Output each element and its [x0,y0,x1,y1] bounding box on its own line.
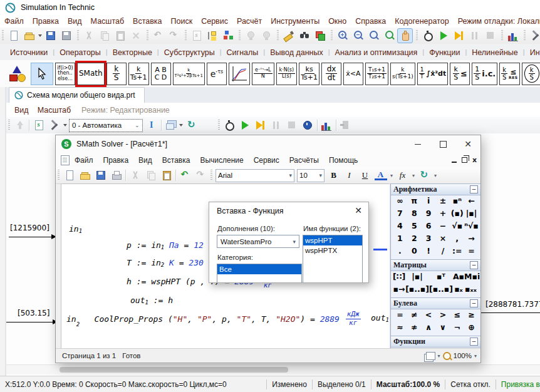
block-rate-limiter[interactable]: ẋ<A [343,63,363,85]
symbol-button[interactable]: − [436,221,450,234]
input-port-label-1[interactable]: [1215900] [10,224,49,232]
copy-button[interactable] [96,28,112,43]
symbol-button[interactable]: ≈ [393,322,407,335]
tab-Сигналы[interactable]: Сигналы [222,46,264,60]
document-tab[interactable]: Схема модели общего вида.prt [9,87,145,103]
collapse-icon[interactable]: − [470,261,478,269]
symbol-button[interactable]: 6 [422,221,436,234]
block-saturation[interactable] [229,63,250,85]
symbol-button[interactable]: ≤ [450,310,464,322]
toolbar-overflow-icon[interactable]: ▾ [388,173,395,178]
mdi-minimize-icon[interactable] [452,162,457,163]
blocks-library-button[interactable] [220,28,236,43]
paste-button[interactable] [112,28,128,43]
overlap-layers-button[interactable] [312,28,328,43]
category-listbox[interactable]: Все [217,264,302,283]
block-lead-lag[interactable]: T₁s+1T₂s+1 [365,63,388,85]
block-if-else[interactable]: if(i>0)then..else… [55,63,75,85]
tab-Нелинейные[interactable]: Нелинейные [467,46,523,60]
block-rational-tf[interactable]: k·N(s)L(s) [276,63,298,85]
smath-menu-Вид[interactable]: Вид [133,154,157,167]
smath-menu-Файл[interactable]: Файл [70,154,98,167]
doc-menu-vid[interactable]: Вид [10,105,33,116]
mdi-close-icon[interactable]: x [472,156,477,164]
status-snap[interactable]: Привязка в [501,380,540,389]
symbol-button[interactable]: ▪ₓₓ [464,284,477,297]
symbol-button[interactable]: := [450,246,464,259]
step-button[interactable] [253,118,269,133]
automation-combobox[interactable]: 0 - Автоматика ⌄ [69,119,143,132]
formula-eq-out[interactable]: out1 := h [130,296,173,305]
menu-item[interactable]: Файл [0,16,28,27]
close-button[interactable]: ✕ [455,136,480,153]
tab-Функции[interactable]: Функции [424,46,465,60]
symbol-button[interactable]: 4 [393,221,407,234]
paste-button[interactable] [158,168,174,183]
layers-button[interactable] [163,118,179,133]
style-brush-button[interactable] [281,28,296,43]
symbol-button[interactable]: √▪ [450,221,464,234]
insert-function-button[interactable]: fx [395,168,410,183]
symbol-button[interactable]: , [450,234,464,246]
symbol-button[interactable]: 3 [422,234,436,246]
panel-section-header[interactable]: Матрицы− [391,259,480,271]
symbol-button[interactable]: = [464,246,479,259]
block-state-space[interactable]: A BC D [151,63,171,85]
underline-button[interactable]: U [357,168,373,183]
block-integrator-circle[interactable]: kS [522,63,540,85]
symbol-button[interactable]: < [422,310,436,322]
symbol-button[interactable]: ▪→ [393,284,405,297]
font-family-combobox[interactable]: Arial▾ [215,169,294,182]
block-limited-integrator[interactable]: kS≤ [450,63,470,85]
bold-button[interactable]: B [326,168,341,183]
italic-button[interactable]: I [341,168,357,183]
undo-button[interactable] [177,168,193,183]
stop-button[interactable] [482,28,498,43]
copy-button[interactable] [143,168,158,183]
block-inertial[interactable]: kTs+1 [128,63,149,85]
symbol-button[interactable]: |▪| [405,272,429,284]
menu-item[interactable]: Окно [324,16,351,27]
symbol-button[interactable]: ← [464,196,479,209]
menu-item[interactable]: Инструменты [266,16,324,27]
symbol-button[interactable]: . [393,246,407,259]
panel-splitter-indicator[interactable] [373,249,387,250]
symbol-button[interactable]: ∞ [393,196,407,209]
symbol-button[interactable]: ≥ [464,310,479,322]
symbol-button[interactable]: 9 [422,209,436,221]
collapse-icon[interactable]: − [470,338,478,346]
symbol-button[interactable]: ≉ [407,322,422,335]
block-integrator-reset[interactable]: kS≤RES [499,63,519,85]
formula-out-marker[interactable]: out1> [371,313,389,322]
smath-menu-Расчёты[interactable]: Расчёты [284,154,324,167]
print-button[interactable] [108,168,124,183]
zoom-fit-button[interactable] [382,28,397,43]
symbol-button[interactable]: 2 [407,234,422,246]
symbol-button[interactable]: / [436,246,450,259]
horizontal-scrollbar[interactable] [6,364,540,374]
block-integrator-ic[interactable]: 1Si.c. [472,63,497,85]
function-item[interactable]: wspHPTX [303,245,362,255]
block-cursor[interactable] [31,63,53,85]
script-button[interactable] [31,118,46,133]
symbol-button[interactable]: |▪| [464,209,479,221]
symbol-button[interactable]: ∨ [436,322,450,335]
symbol-button[interactable]: 0 [407,246,422,259]
tab-Субструктуры[interactable]: Субструктуры [159,46,220,60]
smath-menu-Правка[interactable]: Правка [98,154,134,167]
symbol-button[interactable]: A▪ [453,272,464,284]
save-button[interactable] [93,168,108,183]
mdi-restore-icon[interactable] [462,157,467,163]
chevron-down-icon[interactable]: ▾ [438,353,440,359]
rename-button[interactable] [144,118,160,133]
symbol-button[interactable]: → [464,234,479,246]
run-button[interactable] [237,118,253,133]
font-size-combobox[interactable]: 10▾ [297,169,325,182]
symbol-button[interactable]: ▪ᵀ [429,272,453,284]
symbol-button[interactable]: 1 [393,234,407,246]
symbol-button[interactable]: [▪..▪] [405,284,429,297]
toolbar-overflow-icon[interactable]: ▾ [432,173,439,178]
block-delay[interactable]: e-τs [207,63,227,85]
page-button[interactable] [189,28,204,43]
symbol-button[interactable]: i×i [477,272,480,284]
